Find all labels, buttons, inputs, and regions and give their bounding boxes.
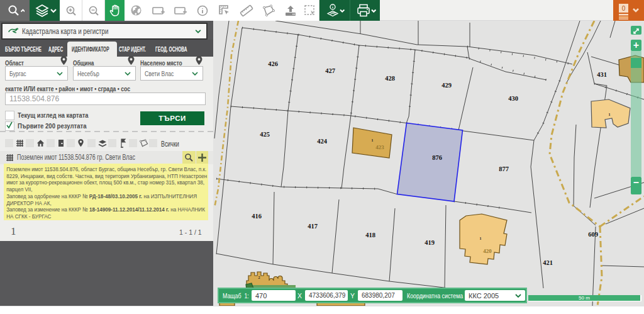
svg-text:1: 1 <box>609 113 611 116</box>
svg-text:609: 609 <box>588 231 598 238</box>
svg-text:421: 421 <box>543 259 553 266</box>
svg-text:425: 425 <box>260 131 270 138</box>
svg-text:1: 1 <box>480 237 482 240</box>
svg-text:419: 419 <box>425 239 435 246</box>
svg-text:417: 417 <box>308 223 318 230</box>
svg-text:430: 430 <box>508 95 518 102</box>
svg-text:0: 0 <box>621 5 625 12</box>
svg-text:428: 428 <box>385 75 395 82</box>
svg-text:876: 876 <box>432 154 442 161</box>
svg-text:877: 877 <box>499 165 509 172</box>
svg-text:416: 416 <box>252 213 262 220</box>
svg-text:418: 418 <box>365 232 375 238</box>
svg-text:426: 426 <box>268 60 278 67</box>
svg-text:429: 429 <box>441 82 452 89</box>
svg-text:423: 423 <box>375 144 384 150</box>
svg-text:427: 427 <box>325 67 335 74</box>
svg-text:2: 2 <box>258 276 260 279</box>
svg-text:420: 420 <box>483 248 492 254</box>
svg-text:424: 424 <box>317 138 328 145</box>
svg-text:1: 1 <box>372 138 374 142</box>
svg-text:431: 431 <box>597 71 607 78</box>
